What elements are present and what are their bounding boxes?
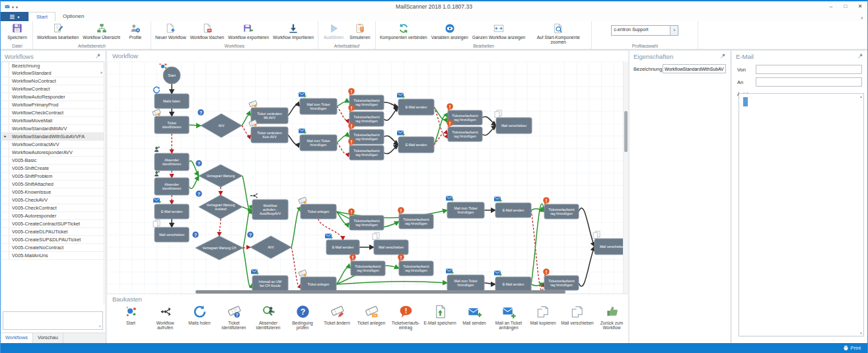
toolbox-item-zurück-zum-workflow[interactable]: Zurück zum Workflow [595, 304, 628, 330]
ribbon-button-auf-start-komponente-zoomen[interactable]: Auf Start-Komponente zoomen [527, 22, 589, 45]
toolbox-item-label: Mails holen [188, 321, 210, 325]
sidebar-tab-workflows[interactable]: Workflows [1, 333, 33, 343]
toolbox-item-mail-an-ticket-anhängen[interactable]: Mail an Ticket anhängen [491, 304, 526, 330]
collapse-ribbon-icon[interactable]: ∧ [861, 15, 863, 20]
tab-optionen[interactable]: Optionen [55, 12, 91, 21]
pin-icon[interactable] [95, 53, 101, 60]
toolbox-item-ticketverlaufs-eintrag[interactable]: !Ticketverlaufs- eintrag [388, 304, 423, 330]
ribbon-button-neuer-workflow[interactable]: Neuer Workflow [153, 22, 188, 40]
workflow-row[interactable]: WorkflowContract [2, 85, 104, 93]
workflow-row[interactable]: V005-ShiftAttached [2, 180, 104, 188]
scroll-up-icon[interactable]: ▲ [859, 95, 863, 98]
workflow-row[interactable]: V005-ShiftProblem [2, 173, 104, 180]
workflow-row[interactable]: V005-CreateContractSUPTicket [2, 220, 104, 228]
ribbon-button-komponenten-verbinden[interactable]: Komponenten verbinden [378, 22, 429, 40]
ribbon-button-workflow-löschen[interactable]: Workflow löschen [188, 22, 227, 40]
workflow-row[interactable]: WorkflowMoveMail [2, 117, 104, 125]
workflow-row[interactable]: V005-ShiftCreate [2, 165, 104, 173]
ribbon-button-label: Speichern [7, 35, 27, 40]
workflow-canvas[interactable]: StartMails holenTicketidentifizierenAVV?… [107, 61, 628, 294]
ribbon-button-ausführen[interactable]: Ausführen [320, 22, 347, 40]
ribbon-button-workflow-übersicht[interactable]: Workflow Übersicht [81, 22, 122, 40]
ribbon-button-workflows-bearbeiten[interactable]: Workflows bearbeiten [35, 22, 81, 40]
ribbon-group-label: Arbeitsbereich [33, 44, 151, 48]
qat-dropdown-icon[interactable]: ▾ [12, 5, 14, 9]
dropdown-arrow-icon[interactable]: ∨ [670, 26, 678, 35]
attachments-list[interactable]: ▲ ▼ [739, 93, 864, 336]
workflow-row[interactable]: V005-Basic [2, 157, 104, 165]
toolbox-item-mail-verschieben[interactable]: Mail verschieben [560, 304, 595, 330]
question-icon: ? [247, 231, 254, 238]
scroll-down-icon[interactable]: ▼ [859, 331, 863, 335]
workflow-row[interactable]: V005-CheckContract [2, 204, 104, 212]
toolbox-item-ticket-identifizieren[interactable]: ?Ticket identifizieren [217, 304, 251, 330]
workflow-name: WorkflowStandardMitAVV [9, 125, 69, 132]
profile-select[interactable]: c-entron Support∨ [611, 25, 678, 36]
tab-start[interactable]: Start [28, 12, 55, 21]
workflow-row[interactable]: WorkflowAutoresponderAVV [2, 149, 104, 157]
toolbox-item-ticket-ändern[interactable]: Ticket ändern [320, 304, 354, 330]
vertical-scrollbar-thumb[interactable] [624, 111, 628, 152]
ribbon-button-workflow-importieren[interactable]: Workflow importieren [271, 22, 316, 40]
app-menu-button[interactable]: ▾ [1, 12, 28, 21]
toolbox-item-label: E-Mail speichern [423, 321, 456, 325]
workflow-row[interactable]: V005-CreateSUP&DLPAUTicket [2, 236, 104, 244]
workflow-row[interactable]: WorkflowContractAVV [2, 141, 104, 149]
toolbox-item-ticket-anlegen[interactable]: Ticket anlegen [354, 304, 388, 330]
toolbox-item-label: Mail kopieren [530, 321, 556, 325]
an-input[interactable] [756, 77, 862, 87]
ribbon-button-workflow-exportieren[interactable]: Workflow exportieren [226, 22, 271, 40]
pin-icon[interactable] [857, 53, 863, 60]
save-icon [11, 22, 23, 34]
workflow-row[interactable]: WorkflowCheckContract [2, 109, 104, 117]
bezeichnung-input[interactable] [663, 64, 726, 73]
toolbox-title: Baukasten [107, 294, 628, 303]
toolbox-item-mail-kopieren[interactable]: Mail kopieren [526, 304, 560, 330]
workflow-row[interactable]: WorkflowAutoResponder [2, 93, 104, 101]
workflow-row[interactable]: V005-KnownIssue [2, 188, 104, 196]
pin-icon[interactable] [720, 53, 726, 60]
toolbox-item-e-mail-speichern[interactable]: E-Mail speichern [423, 304, 457, 330]
workflow-row[interactable]: WorkflowNoContract [2, 77, 104, 85]
sidebar-tab-vorschau[interactable]: Vorschau [33, 333, 63, 343]
workflow-row[interactable]: WorkflowPrimaryProd [2, 101, 104, 109]
workflow-row[interactable]: V005-CheckAVV [2, 196, 104, 204]
close-button[interactable]: ✕ [853, 1, 867, 12]
workflow-row[interactable]: WorkflowStandardMitAVV [2, 125, 104, 133]
toolbox-item-mails-holen[interactable]: Mails holen [182, 304, 217, 330]
app-icon[interactable] [5, 4, 10, 9]
toolbox-item-start[interactable]: Start [114, 304, 148, 330]
toolbox-item-absender-identifizieren[interactable]: Absender identifizieren [251, 304, 285, 330]
status-print[interactable]: Print [843, 345, 861, 351]
svg-text:Ticket anlegen: Ticket anlegen [308, 210, 330, 214]
vertical-scrollbar[interactable] [623, 61, 628, 294]
scroll-up-icon[interactable]: ▲ [100, 70, 103, 74]
row-marker [2, 69, 9, 77]
tb-ticket-new-icon [364, 304, 379, 319]
ribbon-group-datei: SpeichernDatei [2, 21, 33, 49]
workflow-row[interactable]: V005-MailAnUns [2, 252, 104, 260]
restore-button[interactable]: □ [838, 1, 853, 12]
attachment-item[interactable] [743, 97, 748, 106]
von-input[interactable] [756, 65, 862, 74]
workflow-filter-box[interactable]: ∨ [3, 311, 103, 330]
qat-customize-icon[interactable]: ▾ [16, 5, 18, 9]
ribbon-button-ganzen-workflow-anzeigen[interactable]: Ganzen Workflow anzeigen [470, 22, 528, 40]
ribbon-button-speichern[interactable]: Speichern [4, 22, 30, 40]
minimize-button[interactable]: – [824, 1, 838, 12]
question-icon: ? [198, 109, 204, 116]
workflow-row[interactable]: V005-Autoresponder [2, 212, 104, 220]
ribbon-button-profile[interactable]: Profile [122, 22, 149, 40]
workflow-row[interactable]: V005-CreateNoContract [2, 244, 104, 252]
ribbon-button-variablen-anzeigen[interactable]: Variablen anzeigen [429, 22, 470, 40]
svg-text:identifizieren: identifizieren [163, 125, 182, 129]
combo-arrow-icon[interactable]: ∨ [98, 324, 101, 328]
workflow-row[interactable]: V005-CreateDLPAUTicket [2, 228, 104, 236]
toolbox-item-mail-senden[interactable]: Mail senden [457, 304, 491, 330]
ribbon-button-simulieren[interactable]: Simulieren [347, 22, 373, 40]
toolbox-item-workflow-aufrufen[interactable]: Workflow aufrufen [148, 304, 182, 330]
workflow-row[interactable]: WorkflowStandard [2, 69, 104, 77]
workflow-row[interactable]: ▸WorkflowStandardWithSubAVVFA [2, 133, 104, 141]
toolbox-item-bedingung-prüfen[interactable]: ?Bedingung prüfen [285, 304, 320, 330]
workflow-name: WorkflowNoContract [9, 77, 59, 85]
